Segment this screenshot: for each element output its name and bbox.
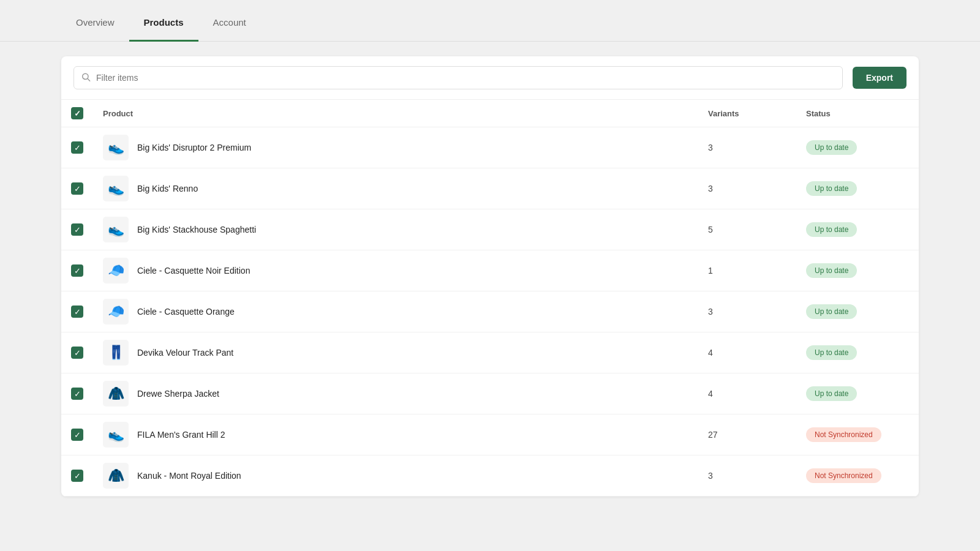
product-name: FILA Men's Grant Hill 2 <box>137 430 225 440</box>
status-badge: Up to date <box>806 386 857 401</box>
product-thumbnail: 🧢 <box>103 299 129 324</box>
product-thumbnail: 👟 <box>103 176 129 201</box>
row-product-cell: 👖 Devika Velour Track Pant <box>93 332 698 373</box>
row-checkbox-cell: ✓ <box>61 414 93 455</box>
products-card: Export ✓ Product Variants Status <box>61 56 919 497</box>
product-thumbnail: 👟 <box>103 217 129 242</box>
product-thumbnail: 👟 <box>103 135 129 160</box>
row-checkbox-cell: ✓ <box>61 168 93 209</box>
status-badge: Up to date <box>806 263 857 278</box>
row-checkbox-cell: ✓ <box>61 250 93 291</box>
row-product-cell: 👟 Big Kids' Stackhouse Spaghetti <box>93 209 698 250</box>
row-checkbox-cell: ✓ <box>61 332 93 373</box>
navigation-tabs: Overview Products Account <box>0 0 980 42</box>
row-checkbox[interactable]: ✓ <box>71 141 83 154</box>
search-wrapper <box>74 66 843 89</box>
product-thumbnail: 🧥 <box>103 381 129 407</box>
row-variants: 4 <box>698 332 796 373</box>
checkmark-icon: ✓ <box>74 226 81 234</box>
table-row: ✓ 👟 Big Kids' Renno 3 Up to date <box>61 168 919 209</box>
table-row: ✓ 🧥 Kanuk - Mont Royal Edition 3 Not Syn… <box>61 455 919 497</box>
row-checkbox[interactable]: ✓ <box>71 388 83 400</box>
row-checkbox-cell: ✓ <box>61 373 93 414</box>
product-cell: 🧥 Drewe Sherpa Jacket <box>103 381 688 407</box>
row-variants: 4 <box>698 373 796 414</box>
products-table: ✓ Product Variants Status ✓ 👟 Big Kids' … <box>61 99 919 497</box>
product-name: Kanuk - Mont Royal Edition <box>137 471 241 481</box>
product-cell: 🧢 Ciele - Casquette Orange <box>103 299 688 324</box>
row-product-cell: 👟 FILA Men's Grant Hill 2 <box>93 414 698 455</box>
status-badge: Up to date <box>806 345 857 360</box>
export-button[interactable]: Export <box>853 67 907 89</box>
row-checkbox[interactable]: ✓ <box>71 182 83 195</box>
product-cell: 👟 Big Kids' Disruptor 2 Premium <box>103 135 688 160</box>
product-thumbnail: 🧢 <box>103 258 129 283</box>
product-thumbnail: 👟 <box>103 422 129 448</box>
row-checkbox[interactable]: ✓ <box>71 429 83 441</box>
row-product-cell: 👟 Big Kids' Disruptor 2 Premium <box>93 127 698 168</box>
table-header-row: ✓ Product Variants Status <box>61 100 919 127</box>
product-thumbnail: 🧥 <box>103 463 129 489</box>
product-cell: 👟 Big Kids' Renno <box>103 176 688 201</box>
tab-overview[interactable]: Overview <box>61 0 129 42</box>
row-variants: 3 <box>698 168 796 209</box>
select-all-checkbox[interactable]: ✓ <box>71 107 83 119</box>
row-product-cell: 🧥 Kanuk - Mont Royal Edition <box>93 455 698 497</box>
row-checkbox[interactable]: ✓ <box>71 347 83 359</box>
product-name: Ciele - Casquette Orange <box>137 307 235 317</box>
header-status: Status <box>796 100 919 127</box>
product-name: Big Kids' Disruptor 2 Premium <box>137 143 251 152</box>
table-body: ✓ 👟 Big Kids' Disruptor 2 Premium 3 Up t… <box>61 127 919 497</box>
header-product: Product <box>93 100 698 127</box>
product-cell: 👟 FILA Men's Grant Hill 2 <box>103 422 688 448</box>
row-checkbox-cell: ✓ <box>61 127 93 168</box>
table-row: ✓ 🧢 Ciele - Casquette Noir Edition 1 Up … <box>61 250 919 291</box>
checkmark-icon: ✓ <box>74 390 81 398</box>
toolbar: Export <box>61 56 919 99</box>
status-badge: Up to date <box>806 181 857 196</box>
product-thumbnail: 👖 <box>103 340 129 365</box>
row-status-cell: Up to date <box>796 168 919 209</box>
row-checkbox[interactable]: ✓ <box>71 264 83 277</box>
table-row: ✓ 👟 FILA Men's Grant Hill 2 27 Not Synch… <box>61 414 919 455</box>
product-name: Drewe Sherpa Jacket <box>137 389 219 399</box>
table-row: ✓ 🧥 Drewe Sherpa Jacket 4 Up to date <box>61 373 919 414</box>
checkmark-icon: ✓ <box>74 110 81 118</box>
product-name: Ciele - Casquette Noir Edition <box>137 266 250 276</box>
row-variants: 3 <box>698 127 796 168</box>
product-name: Big Kids' Stackhouse Spaghetti <box>137 225 256 234</box>
checkmark-icon: ✓ <box>74 185 81 193</box>
header-checkbox-cell: ✓ <box>61 100 93 127</box>
checkmark-icon: ✓ <box>74 267 81 275</box>
row-status-cell: Up to date <box>796 332 919 373</box>
row-variants: 27 <box>698 414 796 455</box>
row-checkbox[interactable]: ✓ <box>71 305 83 318</box>
row-checkbox-cell: ✓ <box>61 209 93 250</box>
row-checkbox-cell: ✓ <box>61 455 93 497</box>
tab-products[interactable]: Products <box>129 0 198 42</box>
table-row: ✓ 👖 Devika Velour Track Pant 4 Up to dat… <box>61 332 919 373</box>
search-input[interactable] <box>74 66 843 89</box>
product-cell: 🧢 Ciele - Casquette Noir Edition <box>103 258 688 283</box>
table-row: ✓ 👟 Big Kids' Stackhouse Spaghetti 5 Up … <box>61 209 919 250</box>
table-row: ✓ 👟 Big Kids' Disruptor 2 Premium 3 Up t… <box>61 127 919 168</box>
status-badge: Up to date <box>806 304 857 319</box>
row-checkbox[interactable]: ✓ <box>71 223 83 236</box>
product-name: Devika Velour Track Pant <box>137 348 233 358</box>
row-variants: 5 <box>698 209 796 250</box>
row-status-cell: Up to date <box>796 209 919 250</box>
header-variants: Variants <box>698 100 796 127</box>
status-badge: Not Synchronized <box>806 427 881 442</box>
row-variants: 3 <box>698 455 796 497</box>
product-cell: 👟 Big Kids' Stackhouse Spaghetti <box>103 217 688 242</box>
row-checkbox-cell: ✓ <box>61 291 93 332</box>
row-status-cell: Not Synchronized <box>796 455 919 497</box>
row-checkbox[interactable]: ✓ <box>71 470 83 482</box>
row-product-cell: 🧢 Ciele - Casquette Noir Edition <box>93 250 698 291</box>
checkmark-icon: ✓ <box>74 431 81 439</box>
row-variants: 1 <box>698 250 796 291</box>
tab-account[interactable]: Account <box>198 0 261 42</box>
checkmark-icon: ✓ <box>74 144 81 152</box>
status-badge: Up to date <box>806 222 857 237</box>
checkmark-icon: ✓ <box>74 472 81 480</box>
